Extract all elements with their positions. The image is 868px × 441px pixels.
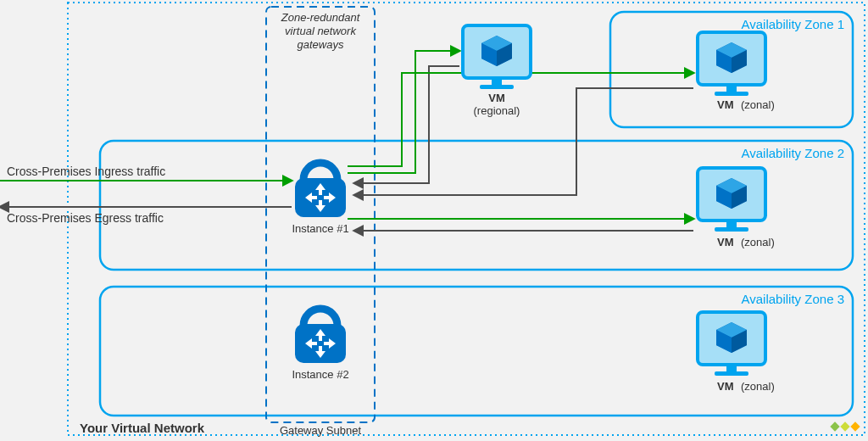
vm-z1-sub: (zonal) xyxy=(741,98,775,111)
vm-z2-sub: (zonal) xyxy=(741,236,775,248)
vm-zone1 xyxy=(698,32,765,96)
vm-zone2 xyxy=(698,168,765,232)
vm-zone3 xyxy=(698,312,765,376)
gw-title-3: gateways xyxy=(298,38,344,51)
vm-z2-label: VM xyxy=(717,236,734,248)
vnet-label: Your Virtual Network xyxy=(80,421,204,435)
gw-title-2: virtual network xyxy=(285,25,357,37)
vm-regional-label: VM xyxy=(488,92,505,104)
instance1-label: Instance #1 xyxy=(292,222,348,235)
gw-title-1: Zone-redundant xyxy=(281,11,361,24)
instance2-label: Instance #2 xyxy=(292,368,348,381)
gateway-instance-1 xyxy=(295,163,346,217)
arrow-gw-to-zone1 xyxy=(348,73,693,166)
zone-2-label: Availability Zone 2 xyxy=(742,146,844,160)
vm-regional-sub: (regional) xyxy=(474,104,520,117)
svg-rect-12 xyxy=(830,421,839,431)
diagram-canvas: Availability Zone 1 Availability Zone 2 … xyxy=(0,0,868,441)
gateway-instance-2 xyxy=(295,309,346,363)
gateway-subnet-label: Gateway Subnet xyxy=(280,424,362,437)
ingress-label: Cross-Premises Ingress traffic xyxy=(7,165,165,178)
vm-z3-label: VM xyxy=(717,380,734,393)
zone-1-label: Availability Zone 1 xyxy=(742,17,844,31)
vm-regional xyxy=(463,25,531,89)
svg-rect-14 xyxy=(850,421,860,431)
vm-z1-label: VM xyxy=(717,98,734,111)
arrow-gw-to-regional xyxy=(348,51,459,173)
corner-ornament-icon xyxy=(830,421,860,431)
svg-rect-13 xyxy=(840,421,849,431)
egress-label: Cross-Premises Egress traffic xyxy=(7,211,164,225)
zone-3-label: Availability Zone 3 xyxy=(742,292,844,306)
vm-z3-sub: (zonal) xyxy=(741,380,775,393)
